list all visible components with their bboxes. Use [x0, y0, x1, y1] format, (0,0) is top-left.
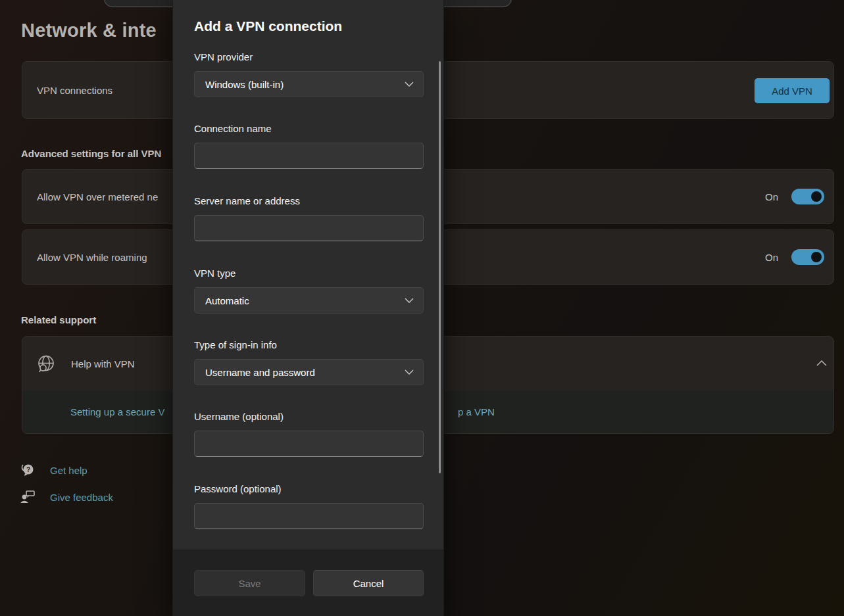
- connection-name-input[interactable]: [194, 143, 424, 169]
- setup-vpn-link-fragment[interactable]: p a VPN: [458, 406, 495, 417]
- server-name-label: Server name or address: [194, 195, 300, 206]
- vpn-type-dropdown[interactable]: Automatic: [194, 287, 424, 314]
- save-button[interactable]: Save: [194, 570, 305, 596]
- roaming-vpn-toggle[interactable]: [791, 249, 824, 265]
- chevron-up-icon[interactable]: [816, 360, 827, 366]
- vpn-connections-label: VPN connections: [37, 85, 112, 96]
- vpn-provider-label: VPN provider: [194, 51, 253, 62]
- dialog-footer: Save Cancel: [173, 550, 443, 616]
- vpn-type-label: VPN type: [194, 268, 236, 279]
- cancel-button[interactable]: Cancel: [313, 570, 424, 596]
- setting-row-label: Allow VPN while roaming: [37, 252, 147, 263]
- help-with-vpn-label: Help with VPN: [71, 358, 135, 369]
- setup-secure-vpn-link[interactable]: Setting up a secure V: [70, 406, 164, 417]
- dialog-scrollbar-thumb[interactable]: [439, 61, 441, 473]
- vpn-provider-value: Windows (built-in): [205, 79, 284, 90]
- vpn-provider-dropdown[interactable]: Windows (built-in): [194, 71, 424, 97]
- toggle-group: On: [765, 230, 824, 284]
- chat-question-icon: ?: [20, 462, 36, 478]
- dialog-title: Add a VPN connection: [194, 18, 342, 34]
- vpn-type-value: Automatic: [205, 295, 249, 306]
- person-feedback-icon: [20, 489, 36, 505]
- setting-row-label: Allow VPN over metered ne: [37, 191, 158, 202]
- toggle-group: On: [765, 170, 824, 224]
- add-vpn-dialog: Add a VPN connection VPN provider Window…: [172, 0, 444, 616]
- get-help-link[interactable]: ? Get help: [20, 462, 87, 478]
- globe-search-icon: [37, 354, 55, 374]
- toggle-state-label: On: [765, 252, 778, 263]
- password-input[interactable]: [194, 503, 424, 529]
- give-feedback-link[interactable]: Give feedback: [20, 489, 113, 505]
- related-support-heading: Related support: [21, 314, 96, 325]
- chevron-down-icon: [405, 369, 414, 375]
- advanced-settings-heading: Advanced settings for all VPN: [21, 148, 161, 159]
- server-name-input[interactable]: [194, 215, 424, 241]
- toggle-state-label: On: [765, 191, 778, 202]
- metered-vpn-toggle[interactable]: [791, 189, 824, 204]
- username-input[interactable]: [194, 431, 424, 457]
- page-title: Network & inte: [21, 20, 157, 41]
- signin-type-dropdown[interactable]: Username and password: [194, 359, 424, 385]
- get-help-label: Get help: [50, 465, 87, 476]
- chevron-down-icon: [405, 82, 414, 87]
- chevron-down-icon: [405, 298, 414, 303]
- password-label: Password (optional): [194, 483, 282, 494]
- settings-window: Network & inte VPN connections Add VPN A…: [0, 0, 844, 616]
- svg-text:?: ?: [26, 466, 30, 473]
- connection-name-label: Connection name: [194, 123, 272, 134]
- toggle-knob: [811, 191, 822, 202]
- username-label: Username (optional): [194, 411, 284, 422]
- signin-type-label: Type of sign-in info: [194, 339, 277, 350]
- add-vpn-button[interactable]: Add VPN: [755, 78, 830, 103]
- give-feedback-label: Give feedback: [50, 492, 113, 503]
- toggle-knob: [811, 252, 822, 262]
- signin-type-value: Username and password: [205, 367, 315, 378]
